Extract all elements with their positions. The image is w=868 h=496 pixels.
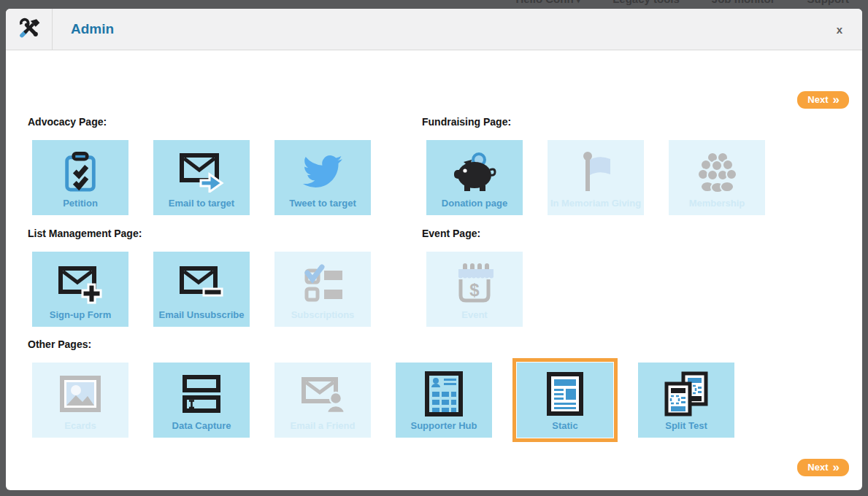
tile-membership: Membership — [669, 140, 765, 215]
tile-label: Ecards — [64, 420, 96, 431]
tile-split-test[interactable]: Split Test — [638, 363, 734, 438]
tile-static[interactable]: Static — [517, 363, 613, 438]
section-other-pages: Other Pages: Ecards Data Capture Email a… — [28, 338, 734, 438]
admin-tools-icon — [18, 17, 40, 42]
section-fundraising: Fundraising Page: Donation page In Memor… — [422, 116, 765, 215]
split-test-icon — [664, 363, 708, 420]
tile-label: Sign-up Form — [50, 309, 112, 320]
next-button-bottom[interactable]: Next » — [797, 459, 849, 476]
event-icon: $ — [454, 252, 495, 309]
tweet-to-target-icon — [302, 140, 344, 198]
section-heading-fundraising: Fundraising Page: — [422, 116, 765, 128]
tile-sign-up-form[interactable]: Sign-up Form — [32, 252, 128, 327]
tile-label: Subscriptions — [291, 309, 355, 320]
ecards-icon — [59, 363, 101, 420]
section-event: Event Page: $ Event — [422, 228, 523, 327]
browser-topbar: Hello Conn▾ Legacy tools Job monitor Sup… — [515, 0, 849, 5]
topbar-link-support[interactable]: Support — [807, 0, 850, 5]
tile-email-a-friend: Email a Friend — [274, 363, 371, 438]
tile-petition[interactable]: Petition — [32, 140, 128, 215]
tile-row-fundraising: Donation page In Memoriam Giving Members… — [426, 140, 765, 215]
svg-text:$: $ — [469, 280, 480, 300]
modal-content: Next » Advocacy Page: Petition Email to … — [6, 50, 862, 490]
section-advocacy: Advocacy Page: Petition Email to target … — [28, 116, 371, 215]
email-to-target-icon — [179, 140, 224, 198]
screen: Hello Conn▾ Legacy tools Job monitor Sup… — [0, 0, 868, 496]
next-button-label: Next — [807, 462, 828, 473]
next-button-label: Next — [807, 94, 828, 105]
section-list-management: List Management Page: Sign-up Form Email… — [28, 228, 371, 327]
topbar-link-job-monitor[interactable]: Job monitor — [712, 0, 775, 5]
tile-email-unsubscribe[interactable]: Email Unsubscribe — [153, 252, 250, 327]
user-menu-label: Hello Conn — [515, 0, 573, 5]
tile-row-event: $ Event — [426, 252, 523, 327]
tile-row-list-management: Sign-up Form Email Unsubscribe Subscript… — [32, 252, 371, 327]
in-memoriam-giving-icon — [577, 140, 615, 198]
section-heading-event: Event Page: — [422, 228, 523, 239]
chevron-down-icon: ▾ — [577, 0, 581, 4]
modal-header: Admin x — [6, 9, 862, 50]
supporter-hub-icon — [424, 363, 464, 420]
tile-row-other-pages: Ecards Data Capture Email a Friend Suppo… — [32, 363, 734, 438]
tile-supporter-hub[interactable]: Supporter Hub — [396, 363, 492, 438]
page-title: Admin — [71, 21, 114, 37]
membership-icon — [695, 140, 739, 198]
donation-page-icon — [452, 140, 497, 198]
tile-subscriptions: Subscriptions — [274, 252, 371, 327]
user-menu[interactable]: Hello Conn▾ — [515, 0, 580, 5]
tile-label: Data Capture — [172, 420, 231, 431]
email-a-friend-icon — [301, 363, 345, 420]
tile-label: Tweet to target — [289, 198, 356, 209]
data-capture-icon — [180, 363, 223, 420]
tile-label: In Memoriam Giving — [550, 198, 641, 209]
tile-label: Event — [461, 309, 487, 320]
tile-label: Email to target — [169, 198, 234, 209]
section-heading-advocacy: Advocacy Page: — [28, 116, 371, 128]
tile-label: Email Unsubscribe — [158, 309, 244, 320]
subscriptions-icon — [302, 252, 344, 309]
tile-label: Email a Friend — [291, 420, 356, 431]
topbar-link-legacy-tools[interactable]: Legacy tools — [612, 0, 680, 5]
tile-label: Membership — [689, 198, 745, 209]
next-button-top[interactable]: Next » — [797, 91, 849, 109]
close-button[interactable]: x — [832, 23, 847, 36]
tile-label: Petition — [63, 198, 98, 209]
section-heading-other-pages: Other Pages: — [28, 338, 734, 350]
tile-label: Donation page — [442, 198, 507, 209]
tile-in-memoriam-giving: In Memoriam Giving — [548, 140, 644, 215]
tile-label: Supporter Hub — [411, 420, 477, 431]
tile-ecards: Ecards — [32, 363, 128, 438]
tile-event: $ Event — [426, 252, 523, 327]
static-icon — [546, 363, 584, 420]
tile-label: Static — [552, 420, 577, 431]
admin-modal: Admin x Next » Advocacy Page: Petition — [6, 9, 862, 490]
tile-email-to-target[interactable]: Email to target — [153, 140, 250, 215]
petition-icon — [61, 140, 100, 198]
email-unsubscribe-icon — [179, 252, 224, 309]
tile-label: Split Test — [665, 420, 707, 431]
tile-tweet-to-target[interactable]: Tweet to target — [274, 140, 371, 215]
logo-cell — [6, 9, 53, 50]
double-chevron-right-icon: » — [833, 95, 840, 104]
sign-up-form-icon — [58, 252, 103, 309]
double-chevron-right-icon: » — [833, 462, 840, 472]
tile-donation-page[interactable]: Donation page — [426, 140, 523, 215]
tile-row-advocacy: Petition Email to target Tweet to target — [32, 140, 371, 215]
tile-data-capture[interactable]: Data Capture — [153, 363, 250, 438]
section-heading-list-management: List Management Page: — [28, 228, 371, 239]
